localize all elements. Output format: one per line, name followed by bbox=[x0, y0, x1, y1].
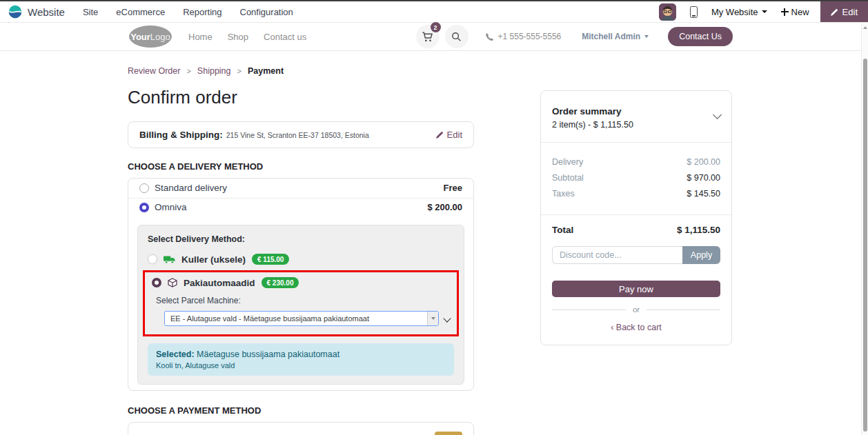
breadcrumb: Review Order > Shipping > Payment bbox=[128, 51, 474, 76]
delivery-section-title: CHOOSE A DELIVERY METHOD bbox=[128, 161, 474, 172]
phone-link[interactable]: +1 555-555-5556 bbox=[485, 32, 562, 41]
parcel-machine-select[interactable]: EE - Alutaguse vald - Mäetaguse bussijaa… bbox=[164, 311, 439, 326]
delivery-option-name: Standard delivery bbox=[155, 183, 227, 193]
mobile-preview-icon[interactable] bbox=[690, 6, 698, 18]
page-title: Confirm order bbox=[128, 87, 474, 108]
summary-row-label: Delivery bbox=[552, 157, 583, 167]
picker-title: Select Delivery Method: bbox=[148, 234, 454, 244]
edit-button[interactable]: Edit bbox=[820, 1, 868, 22]
chevron-down-icon[interactable] bbox=[443, 314, 451, 322]
total-label: Total bbox=[552, 225, 573, 235]
price-badge-kuller: € 115.00 bbox=[252, 254, 289, 265]
selected-label: Selected: bbox=[156, 350, 195, 359]
cart-count-badge: 2 bbox=[431, 22, 441, 32]
caret-down-icon bbox=[431, 317, 435, 320]
menu-ecommerce[interactable]: eCommerce bbox=[116, 7, 165, 17]
radio-standard-delivery[interactable] bbox=[139, 183, 149, 193]
scrollbar-thumb[interactable] bbox=[863, 59, 868, 432]
nav-shop[interactable]: Shop bbox=[228, 32, 248, 42]
logo-text-bold: Your bbox=[130, 32, 150, 42]
cart-button[interactable]: 2 bbox=[416, 25, 440, 48]
order-summary-items: 2 item(s) - $ 1,115.50 bbox=[552, 120, 633, 130]
discount-code-input[interactable] bbox=[552, 246, 682, 264]
delivery-option-standard[interactable]: Standard delivery Free bbox=[128, 179, 473, 198]
phone-icon bbox=[485, 32, 494, 41]
billing-address: 215 Vine St, Scranton EE-37 18503, Eston… bbox=[226, 131, 369, 139]
breadcrumb-review-order[interactable]: Review Order bbox=[128, 66, 180, 76]
pencil-icon bbox=[436, 131, 444, 139]
selected-parcel-name: Mäetaguse bussijaama pakiautomaat bbox=[197, 350, 339, 359]
menu-configuration[interactable]: Configuration bbox=[240, 7, 293, 17]
nav-contact-us[interactable]: Contact us bbox=[264, 32, 306, 42]
new-button-label: New bbox=[791, 7, 809, 17]
method-option-kuller[interactable]: Kuller (uksele) € 115.00 bbox=[148, 251, 454, 267]
payment-method-card: Demo ⚠ Payment Details (test data) Payme… bbox=[128, 422, 474, 435]
summary-row-label: Taxes bbox=[552, 189, 575, 199]
page-scrollbar[interactable] bbox=[861, 23, 868, 435]
delivery-method-picker: Select Delivery Method: Kuller (uksele) … bbox=[137, 225, 464, 385]
select-arrow-box[interactable] bbox=[427, 312, 438, 325]
delivery-option-price: Free bbox=[444, 183, 462, 193]
contact-us-button[interactable]: Contact Us bbox=[668, 27, 733, 46]
logo-text-light: Logo bbox=[150, 32, 170, 42]
method-option-pakiautomaadid[interactable]: Pakiautomaadid € 230.00 bbox=[152, 274, 450, 291]
website-app-icon[interactable] bbox=[8, 5, 22, 19]
nav-home[interactable]: Home bbox=[188, 32, 213, 42]
menu-reporting[interactable]: Reporting bbox=[183, 7, 221, 17]
new-button[interactable]: New bbox=[781, 7, 809, 17]
cart-icon bbox=[422, 31, 433, 43]
pay-now-button[interactable]: Pay now bbox=[552, 281, 720, 297]
delivery-option-name: Omniva bbox=[155, 202, 187, 212]
chevron-down-icon bbox=[762, 10, 767, 13]
parcel-machine-label: Select Parcel Machine: bbox=[156, 296, 450, 305]
breadcrumb-payment: Payment bbox=[248, 66, 284, 76]
site-nav: Home Shop Contact us bbox=[188, 32, 306, 42]
backend-menubar: Website Site eCommerce Reporting Configu… bbox=[0, 1, 868, 23]
menu-site[interactable]: Site bbox=[83, 7, 98, 17]
search-icon bbox=[451, 32, 462, 42]
pencil-icon bbox=[831, 8, 838, 16]
method-name-kuller: Kuller (uksele) bbox=[181, 254, 246, 265]
apply-discount-button[interactable]: Apply bbox=[682, 246, 720, 264]
order-summary-title: Order summary bbox=[552, 106, 633, 117]
edit-button-label: Edit bbox=[842, 7, 858, 17]
delivery-option-omniva[interactable]: Omniva $ 200.00 bbox=[128, 198, 473, 217]
delivery-methods-card: Standard delivery Free Omniva $ 200.00 S… bbox=[128, 178, 474, 391]
summary-total-row: Total $ 1,115.50 bbox=[541, 215, 731, 238]
delivery-option-price: $ 200.00 bbox=[427, 202, 462, 212]
summary-row-taxes: Taxes $ 145.50 bbox=[552, 189, 720, 199]
website-switcher[interactable]: My Website bbox=[711, 7, 767, 17]
selected-parcel-info: Selected: Mäetaguse bussijaama pakiautom… bbox=[148, 343, 454, 376]
parcel-machine-value: EE - Alutaguse vald - Mäetaguse bussijaa… bbox=[165, 314, 427, 323]
parcel-box-icon bbox=[168, 278, 177, 287]
app-name[interactable]: Website bbox=[28, 6, 65, 18]
phone-number: +1 555-555-5556 bbox=[498, 32, 562, 41]
truck-icon bbox=[164, 255, 175, 264]
breadcrumb-shipping[interactable]: Shipping bbox=[197, 66, 231, 76]
user-avatar[interactable] bbox=[659, 3, 676, 21]
search-button[interactable] bbox=[445, 25, 468, 48]
plus-icon bbox=[781, 8, 789, 16]
selected-method-highlight: Pakiautomaadid € 230.00 Select Parcel Ma… bbox=[143, 270, 459, 336]
radio-omniva[interactable] bbox=[139, 203, 149, 212]
summary-toggle-chevron-icon[interactable] bbox=[713, 110, 722, 119]
radio-pakiautomaadid[interactable] bbox=[152, 278, 161, 287]
chevron-down-icon bbox=[644, 35, 649, 38]
summary-row-value: $ 970.00 bbox=[687, 173, 720, 183]
breadcrumb-separator: > bbox=[186, 67, 190, 75]
scroll-up-arrow-icon[interactable] bbox=[863, 26, 867, 29]
back-to-cart-link[interactable]: ‹ Back to cart bbox=[541, 323, 731, 332]
site-logo[interactable]: YourLogo bbox=[129, 26, 172, 48]
edit-address-label: Edit bbox=[447, 130, 462, 140]
credit-card-icon bbox=[435, 432, 462, 435]
payment-section-title: CHOOSE A PAYMENT METHOD bbox=[128, 405, 474, 416]
radio-kuller[interactable] bbox=[148, 254, 157, 264]
billing-shipping-card: Billing & Shipping: 215 Vine St, Scranto… bbox=[128, 121, 474, 148]
order-summary-card: Order summary 2 item(s) - $ 1,115.50 Del… bbox=[540, 90, 732, 345]
summary-row-value: $ 145.50 bbox=[687, 189, 720, 199]
chevron-left-icon: ‹ bbox=[611, 323, 613, 332]
user-menu[interactable]: Mitchell Admin bbox=[582, 32, 649, 41]
site-header: YourLogo Home Shop Contact us 2 +1 555-5… bbox=[0, 23, 868, 51]
payment-option-demo[interactable]: Demo ⚠ bbox=[139, 432, 462, 435]
edit-address-link[interactable]: Edit bbox=[436, 130, 462, 140]
